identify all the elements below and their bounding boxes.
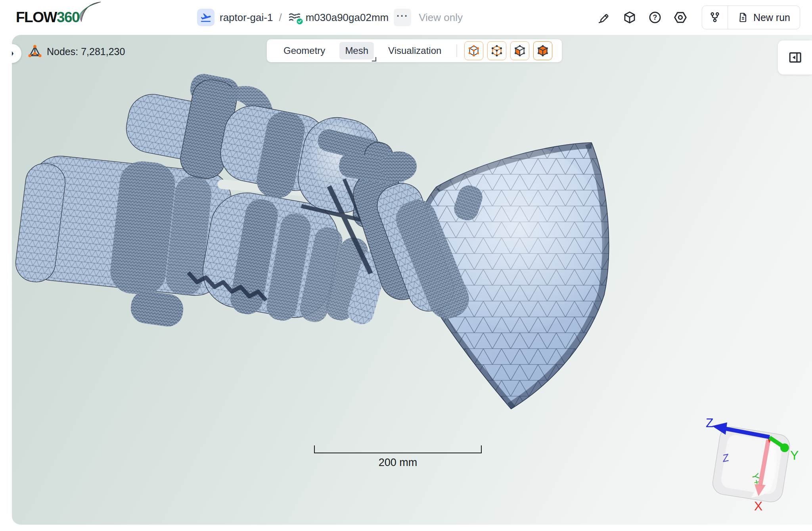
logo-text: FLOW360 <box>16 9 79 26</box>
view-tabbar: Geometry Mesh Visualization <box>267 39 562 62</box>
tab-corner-mark <box>372 57 376 61</box>
top-actions: ? <box>592 0 800 35</box>
tab-mesh[interactable]: Mesh <box>339 42 374 59</box>
settings-button[interactable] <box>668 6 693 29</box>
mode-solid-button[interactable] <box>533 41 552 60</box>
ellipsis-icon: ··· <box>396 14 408 18</box>
cube-solid-icon <box>537 45 549 57</box>
cube-wireframe-icon <box>491 45 503 57</box>
axis-z-arrow <box>712 422 727 435</box>
breadcrumb-project[interactable]: raptor-gai-1 <box>220 11 273 24</box>
mode-wireframe-button[interactable] <box>487 41 506 60</box>
breadcrumb: raptor-gai-1 / m030a90ga02mm ··· View o <box>197 0 463 35</box>
new-run-label: New run <box>753 12 790 23</box>
cube-icon <box>623 11 636 24</box>
pen-icon <box>598 11 611 24</box>
toolbar-divider <box>456 44 457 57</box>
scale-bar-line <box>314 445 482 453</box>
svg-text:?: ? <box>653 13 657 21</box>
tetrahedron-icon <box>28 44 42 59</box>
help-icon: ? <box>648 11 662 24</box>
check-badge-icon <box>296 17 304 25</box>
cube-face-icon <box>514 45 526 57</box>
new-run-group: New run <box>702 6 800 29</box>
mode-surface-button[interactable] <box>510 41 529 60</box>
cube-vertices-icon <box>468 45 480 57</box>
tab-geometry[interactable]: Geometry <box>278 42 331 59</box>
hexagon-nut-icon <box>673 10 688 25</box>
file-icon <box>737 12 749 23</box>
help-button[interactable]: ? <box>642 6 668 29</box>
chevron-right-icon: › <box>12 47 14 59</box>
breadcrumb-item: m030a90ga02mm <box>306 11 389 24</box>
scale-bar-label: 200 mm <box>314 457 482 469</box>
collapse-panel-button[interactable] <box>778 40 812 74</box>
flow360-logo: FLOW360 <box>16 0 105 35</box>
flight-land-icon <box>200 11 212 23</box>
breadcrumb-entity[interactable]: m030a90ga02mm <box>288 10 389 25</box>
view3d-button[interactable] <box>617 6 642 29</box>
logo-swoosh-icon <box>77 1 103 24</box>
nodes-counter: Nodes: 7,281,230 <box>28 44 125 59</box>
axis-y-ball <box>780 443 789 452</box>
mode-vertices-button[interactable] <box>464 41 483 60</box>
more-button[interactable]: ··· <box>394 9 411 26</box>
scale-bar: 200 mm <box>314 445 482 469</box>
edit-button[interactable] <box>592 6 617 29</box>
view-only-label: View only <box>419 11 463 24</box>
axis-x-label: X <box>754 499 762 513</box>
axis-z-label: Z <box>706 416 714 430</box>
fork-run-button[interactable] <box>702 6 728 29</box>
viewport-3d[interactable]: Z Y+ Y Z X › <box>12 35 812 525</box>
nodes-count-label: Nodes: 7,281,230 <box>47 46 125 57</box>
tab-visualization[interactable]: Visualization <box>383 42 447 59</box>
top-bar: FLOW360 raptor-gai-1 / <box>0 0 812 35</box>
breadcrumb-separator: / <box>278 11 282 24</box>
orientation-cube <box>711 425 791 504</box>
collapse-panel-icon <box>788 51 802 64</box>
orientation-triad: Z Y+ Y Z X <box>706 416 799 513</box>
branch-icon <box>709 11 721 23</box>
project-badge[interactable] <box>197 9 214 26</box>
axis-y-label: Y <box>790 448 799 462</box>
new-run-button[interactable]: New run <box>728 6 800 29</box>
